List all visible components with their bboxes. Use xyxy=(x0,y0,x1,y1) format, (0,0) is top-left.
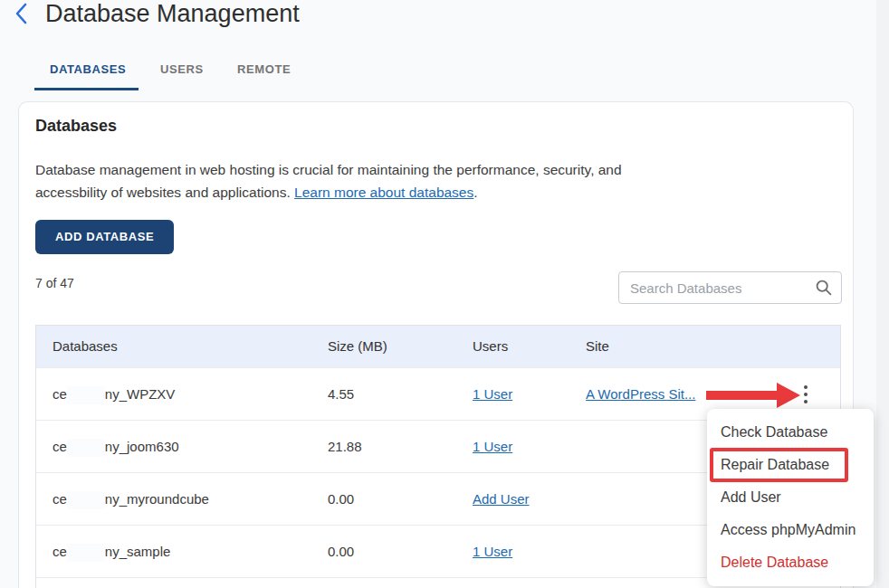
row-context-menu: Check Database Repair Database Add User … xyxy=(707,409,874,586)
menu-item-delete-database[interactable]: Delete Database xyxy=(707,546,874,579)
col-header-databases: Databases xyxy=(53,326,118,367)
tab-databases-label: DATABASES xyxy=(50,62,126,76)
users-link[interactable]: 1 User xyxy=(473,544,512,559)
col-header-size: Size (MB) xyxy=(328,326,387,367)
result-count: 7 of 47 xyxy=(35,276,74,290)
tab-users-label: USERS xyxy=(160,62,204,76)
db-users: 1 User xyxy=(473,368,512,421)
db-name: ceny_myroundcube xyxy=(53,473,209,526)
db-users: 1 User xyxy=(473,526,512,578)
redaction-box xyxy=(67,439,105,457)
page-title: Database Management xyxy=(45,0,300,30)
chevron-left-icon xyxy=(13,13,33,28)
magnifier-icon[interactable] xyxy=(815,279,833,297)
menu-item-access-phpmyadmin[interactable]: Access phpMyAdmin xyxy=(707,514,874,546)
tab-remote[interactable]: REMOTE xyxy=(237,56,291,83)
redaction-box xyxy=(67,491,105,509)
back-button[interactable] xyxy=(13,2,38,27)
annotation-arrow xyxy=(706,391,777,400)
db-users: 1 User xyxy=(473,421,512,473)
description-period: . xyxy=(473,185,477,200)
scrollbar-gutter[interactable] xyxy=(876,0,889,588)
description-line2: accessbility of websites and application… xyxy=(35,185,294,200)
db-name: ceny_WPZXV xyxy=(53,368,175,421)
table-header-row: Databases Size (MB) Users Site xyxy=(36,326,840,367)
col-header-users: Users xyxy=(473,326,508,367)
learn-more-link[interactable]: Learn more about databases xyxy=(294,185,473,200)
annotation-arrow-head-icon xyxy=(777,383,800,408)
db-size: 0.00 xyxy=(328,526,354,578)
tab-users[interactable]: USERS xyxy=(160,56,204,83)
tab-databases[interactable]: DATABASES xyxy=(50,56,126,83)
col-header-site: Site xyxy=(586,326,609,367)
tab-remote-label: REMOTE xyxy=(237,62,291,76)
description-line1: Database management in web hosting is cr… xyxy=(35,162,622,177)
active-tab-underline xyxy=(34,88,139,90)
site-link[interactable]: A WordPress Sit... xyxy=(586,386,695,402)
redaction-box xyxy=(67,544,105,562)
search-input[interactable] xyxy=(618,271,842,304)
users-link[interactable]: 1 User xyxy=(473,439,512,454)
db-name: ceny_sample xyxy=(53,526,170,578)
menu-item-add-user[interactable]: Add User xyxy=(707,481,874,514)
db-site: A WordPress Sit... xyxy=(586,368,695,421)
db-size: 0.00 xyxy=(328,473,354,526)
kebab-vertical-icon[interactable] xyxy=(798,383,813,406)
db-name: ceny_joom630 xyxy=(53,421,179,473)
db-users: Add User xyxy=(473,473,530,526)
menu-item-check-database[interactable]: Check Database xyxy=(707,416,874,449)
redaction-box xyxy=(67,386,105,404)
users-link[interactable]: 1 User xyxy=(473,386,512,402)
db-size: 4.55 xyxy=(328,368,354,421)
db-size: 21.88 xyxy=(328,421,362,473)
add-user-link[interactable]: Add User xyxy=(473,491,530,507)
menu-item-repair-database[interactable]: Repair Database xyxy=(707,449,874,481)
panel-heading: Databases xyxy=(35,117,117,136)
panel-description: Database management in web hosting is cr… xyxy=(35,158,732,204)
search-box xyxy=(618,271,842,304)
add-database-button[interactable]: ADD DATABASE xyxy=(35,220,174,254)
